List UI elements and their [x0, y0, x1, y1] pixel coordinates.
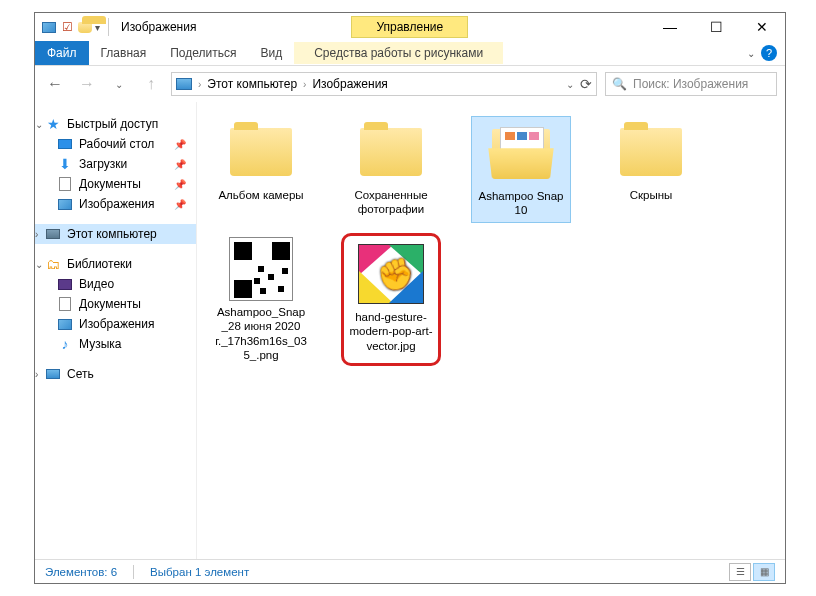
properties-icon[interactable]: ☑ — [59, 19, 75, 35]
minimize-button[interactable]: — — [647, 13, 693, 41]
folder-item[interactable]: Скрыны — [601, 116, 701, 223]
back-button[interactable]: ← — [43, 72, 67, 96]
pin-icon: 📌 — [174, 139, 192, 150]
picture-tools-tab[interactable]: Средства работы с рисунками — [294, 42, 503, 64]
address-dropdown-icon[interactable]: ⌄ — [566, 79, 574, 90]
folder-item-selected[interactable]: Ashampoo Snap 10 — [471, 116, 571, 223]
icons-view-button[interactable]: ▦ — [753, 563, 775, 581]
desktop-icon — [57, 136, 73, 152]
address-bar-row: ← → ⌄ ↑ › Этот компьютер › Изображения ⌄… — [35, 66, 785, 102]
breadcrumb-sep-icon[interactable]: › — [198, 79, 201, 90]
forward-button[interactable]: → — [75, 72, 99, 96]
libraries-icon: 🗂 — [45, 256, 61, 272]
star-icon: ★ — [45, 116, 61, 132]
maximize-button[interactable]: ☐ — [693, 13, 739, 41]
search-placeholder: Поиск: Изображения — [633, 77, 748, 91]
window-title: Изображения — [121, 20, 196, 34]
videos-icon — [57, 276, 73, 292]
chevron-down-icon[interactable]: ⌄ — [35, 119, 43, 130]
folder-item[interactable]: Сохраненные фотографии — [341, 116, 441, 223]
close-button[interactable]: ✕ — [739, 13, 785, 41]
sidebar-pictures-lib[interactable]: Изображения — [35, 314, 196, 334]
refresh-icon[interactable]: ⟳ — [580, 76, 592, 92]
folder-icon — [360, 128, 422, 176]
sidebar-this-pc[interactable]: › Этот компьютер — [35, 224, 196, 244]
folder-item[interactable]: Альбом камеры — [211, 116, 311, 223]
pictures-icon — [57, 316, 73, 332]
sidebar-documents-lib[interactable]: Документы — [35, 294, 196, 314]
image-item-highlighted[interactable]: ✊ hand-gesture-modern-pop-art-vector.jpg — [341, 233, 441, 367]
documents-icon — [57, 176, 73, 192]
chevron-right-icon[interactable]: › — [35, 229, 38, 240]
expand-ribbon-icon[interactable]: ⌄ — [747, 48, 755, 59]
search-input[interactable]: 🔍 Поиск: Изображения — [605, 72, 777, 96]
up-button[interactable]: ↑ — [139, 72, 163, 96]
breadcrumb-folder[interactable]: Изображения — [312, 77, 387, 91]
sidebar-network[interactable]: › Сеть — [35, 364, 196, 384]
folder-icon — [620, 128, 682, 176]
sidebar-downloads[interactable]: ⬇Загрузки📌 — [35, 154, 196, 174]
chevron-down-icon[interactable]: ⌄ — [35, 259, 43, 270]
sidebar-desktop[interactable]: Рабочий стол📌 — [35, 134, 196, 154]
sidebar-music[interactable]: ♪Музыка — [35, 334, 196, 354]
recent-dropdown-icon[interactable]: ⌄ — [107, 72, 131, 96]
sidebar-documents[interactable]: Документы📌 — [35, 174, 196, 194]
computer-icon — [45, 226, 61, 242]
window-controls: — ☐ ✕ — [647, 13, 785, 41]
home-tab[interactable]: Главная — [89, 42, 159, 64]
status-count: Элементов: 6 — [45, 566, 117, 578]
file-tab[interactable]: Файл — [35, 41, 89, 65]
location-icon — [176, 78, 192, 90]
navigation-pane: ⌄ ★ Быстрый доступ Рабочий стол📌 ⬇Загруз… — [35, 102, 197, 559]
pin-icon: 📌 — [174, 159, 192, 170]
sidebar-pictures-qa[interactable]: Изображения📌 — [35, 194, 196, 214]
music-icon: ♪ — [57, 336, 73, 352]
downloads-icon: ⬇ — [57, 156, 73, 172]
explorer-window: ☑ ▾ Изображения Управление — ☐ ✕ Файл Гл… — [34, 12, 786, 584]
status-selection: Выбран 1 элемент — [150, 566, 249, 578]
pictures-icon — [57, 196, 73, 212]
pictures-icon — [41, 19, 57, 35]
search-icon: 🔍 — [612, 77, 627, 91]
sidebar-libraries[interactable]: ⌄ 🗂 Библиотеки — [35, 254, 196, 274]
documents-icon — [57, 296, 73, 312]
chevron-right-icon[interactable]: › — [35, 369, 38, 380]
pin-icon: 📌 — [174, 199, 192, 210]
contextual-tab-label[interactable]: Управление — [351, 16, 468, 38]
quick-access-toolbar: ☑ ▾ Изображения — [35, 18, 196, 36]
sidebar-quick-access[interactable]: ⌄ ★ Быстрый доступ — [35, 114, 196, 134]
sidebar-videos[interactable]: Видео — [35, 274, 196, 294]
address-bar[interactable]: › Этот компьютер › Изображения ⌄ ⟳ — [171, 72, 597, 96]
pin-icon: 📌 — [174, 179, 192, 190]
image-item[interactable]: Ashampoo_Snap_28 июня 2020 г._17h36m16s_… — [211, 233, 311, 367]
folder-preview-icon — [486, 125, 556, 181]
folder-icon — [230, 128, 292, 176]
network-icon — [45, 366, 61, 382]
view-tab[interactable]: Вид — [248, 42, 294, 64]
share-tab[interactable]: Поделиться — [158, 42, 248, 64]
details-view-button[interactable]: ☰ — [729, 563, 751, 581]
file-list[interactable]: Альбом камеры Сохраненные фотографии Ash… — [197, 102, 785, 559]
qr-thumbnail-icon — [229, 237, 293, 301]
help-icon[interactable]: ? — [761, 45, 777, 61]
image-thumbnail: ✊ — [358, 244, 424, 304]
breadcrumb-root[interactable]: Этот компьютер — [207, 77, 297, 91]
status-bar: Элементов: 6 Выбран 1 элемент ☰ ▦ — [35, 559, 785, 583]
new-folder-icon[interactable] — [77, 19, 93, 35]
titlebar: ☑ ▾ Изображения Управление — ☐ ✕ — [35, 13, 785, 41]
ribbon: Файл Главная Поделиться Вид Средства раб… — [35, 41, 785, 66]
breadcrumb-sep-icon[interactable]: › — [303, 79, 306, 90]
